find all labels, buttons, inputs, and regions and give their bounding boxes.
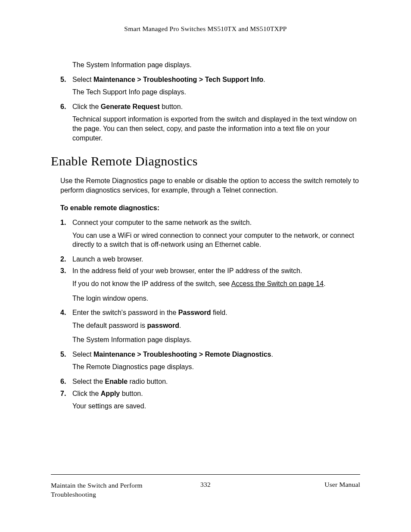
step-2: 2. Launch a web browser. [60, 255, 360, 264]
step-subtext: If you do not know the IP address of the… [72, 279, 360, 289]
continuation-text: The System Information page displays. [72, 60, 360, 70]
step-5-tech-support: 5. Select Maintenance > Troubleshooting … [60, 75, 360, 84]
field-name: Password [178, 309, 211, 316]
step-subtext: The System Information page displays. [72, 335, 360, 345]
step-subtext: Technical support information is exporte… [72, 115, 360, 143]
button-name: Generate Request [101, 103, 160, 110]
default-password: password [147, 322, 179, 329]
page-header: Smart Managed Pro Switches MS510TX and M… [51, 25, 360, 33]
step-subtext: The Remote Diagnostics page displays. [72, 362, 360, 372]
footer-doc-title: User Manual [248, 481, 360, 488]
text: If you do not know the IP address of the… [72, 280, 231, 287]
text: Select [72, 351, 93, 358]
step-body: Select the Enable radio button. [72, 377, 360, 386]
menu-path: Maintenance > Troubleshooting > Tech Sup… [93, 76, 263, 83]
step-subtext: The login window opens. [72, 294, 360, 303]
footer-page-number: 332 [163, 481, 248, 488]
step-number: 6. [60, 102, 72, 112]
step-number: 7. [60, 389, 72, 398]
text: Click the [72, 390, 101, 397]
radio-name: Enable [105, 378, 128, 385]
text: . [324, 280, 325, 287]
page-content: The System Information page displays. 5.… [51, 60, 360, 411]
page-footer: Maintain the Switch and Perform Troubles… [51, 474, 360, 499]
step-number: 2. [60, 255, 72, 264]
step-5: 5. Select Maintenance > Troubleshooting … [60, 350, 360, 359]
text: button. [120, 390, 143, 397]
text: The default password is [72, 322, 147, 329]
procedure-title: To enable remote diagnostics: [60, 203, 360, 213]
step-number: 5. [60, 75, 72, 84]
text: Enter the switch's password in the [72, 309, 178, 316]
step-subtext: The default password is password. [72, 321, 360, 330]
step-number: 3. [60, 266, 72, 276]
text: Select the [72, 378, 105, 385]
text: . [179, 322, 181, 329]
step-body: Launch a web browser. [72, 255, 360, 264]
step-1: 1. Connect your computer to the same net… [60, 218, 360, 227]
text: radio button. [128, 378, 168, 385]
button-name: Apply [101, 390, 120, 397]
step-subtext: You can use a WiFi or wired connection t… [72, 231, 360, 249]
section-heading: Enable Remote Diagnostics [51, 154, 360, 168]
cross-reference-link[interactable]: Access the Switch on page 14 [231, 280, 324, 287]
step-body: Select Maintenance > Troubleshooting > R… [72, 350, 360, 359]
step-3: 3. In the address field of your web brow… [60, 266, 360, 276]
step-subtext: The Tech Support Info page displays. [72, 87, 360, 97]
text: button. [160, 103, 183, 110]
step-7: 7. Click the Apply button. [60, 389, 360, 398]
step-number: 1. [60, 218, 72, 227]
text: . [263, 76, 265, 83]
step-number: 4. [60, 308, 72, 317]
text: Click the [72, 103, 101, 110]
step-subtext: Your settings are saved. [72, 401, 360, 411]
step-body: In the address field of your web browser… [72, 266, 360, 276]
step-body: Select Maintenance > Troubleshooting > T… [72, 75, 360, 84]
step-body: Connect your computer to the same networ… [72, 218, 360, 227]
step-4: 4. Enter the switch's password in the Pa… [60, 308, 360, 317]
text: . [271, 351, 273, 358]
text: To enable remote diagnostics: [60, 204, 159, 212]
section-intro: Use the Remote Diagnostics page to enabl… [60, 176, 360, 195]
footer-chapter: Maintain the Switch and Perform Troubles… [51, 481, 163, 499]
text: Select [72, 76, 93, 83]
step-6: 6. Select the Enable radio button. [60, 377, 360, 386]
step-number: 5. [60, 350, 72, 359]
step-body: Enter the switch's password in the Passw… [72, 308, 360, 317]
text: field. [211, 309, 227, 316]
menu-path: Maintenance > Troubleshooting > Remote D… [93, 351, 271, 358]
step-number: 6. [60, 377, 72, 386]
step-body: Click the Apply button. [72, 389, 360, 398]
step-6-generate-request: 6. Click the Generate Request button. [60, 102, 360, 112]
step-body: Click the Generate Request button. [72, 102, 360, 112]
